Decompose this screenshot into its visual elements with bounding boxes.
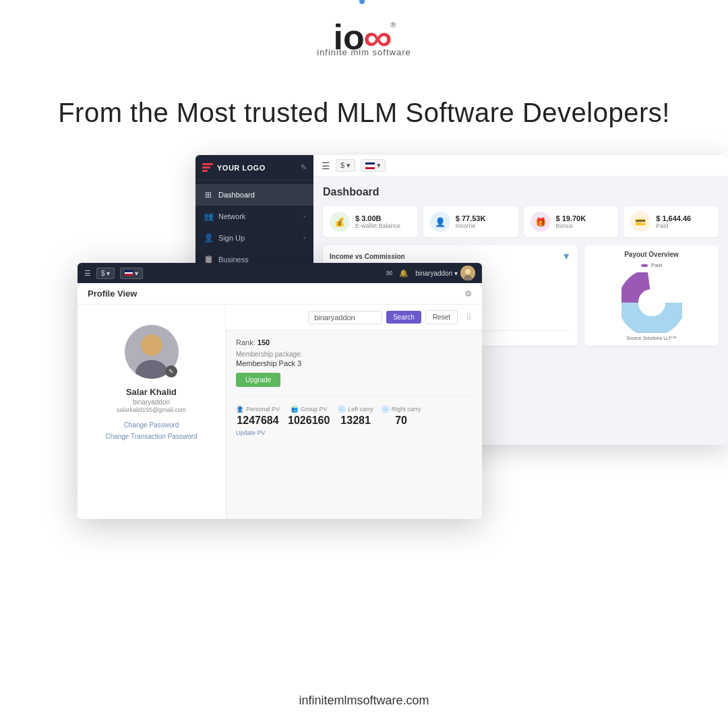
- pv-left-value: 13281: [340, 415, 371, 427]
- change-transaction-password-link[interactable]: Change Transaction Password: [105, 433, 197, 440]
- bell-icon[interactable]: 🔔: [399, 269, 408, 278]
- sidebar-item-label-dashboard: Dashboard: [218, 191, 255, 199]
- profile-view-title: Profile View: [88, 289, 137, 299]
- reset-button[interactable]: Reset: [425, 310, 458, 324]
- topbar-actions: ✉ 🔔 binaryaddon ▾: [386, 266, 475, 280]
- stat-paid: 💳 $ 1,644.46 Paid: [624, 206, 719, 237]
- pv-right-value: 70: [395, 415, 407, 427]
- profile-currency-label: $ ▾: [101, 270, 110, 277]
- pv-group-icon: 👥: [291, 405, 299, 413]
- profile-username: binaryaddon: [133, 398, 170, 406]
- topbar-user[interactable]: binaryaddon ▾: [415, 266, 475, 280]
- profile-lang-btn[interactable]: ▾: [120, 268, 143, 279]
- filter-icon[interactable]: ▼: [562, 251, 571, 262]
- stat-paid-info: $ 1,644.46 Paid: [656, 214, 691, 229]
- rank-value: 150: [257, 338, 270, 346]
- pv-left-icon: ←: [338, 405, 346, 413]
- pv-group-header: 👥 Group PV: [291, 405, 328, 413]
- logo-infinity: ∞: [363, 19, 390, 55]
- avatar-svg: [460, 266, 475, 280]
- income-chart-title: Income vs Commission ▼: [330, 251, 571, 262]
- update-pv-link[interactable]: Update PV: [236, 429, 472, 436]
- payout-legend-paid: Paid: [641, 262, 662, 268]
- profile-topbar: ☰ $ ▾ ▾ ✉ 🔔 binaryaddon ▾: [78, 263, 482, 283]
- svg-point-4: [141, 334, 162, 356]
- profile-sidebar: ✎ Salar Khalid binaryaddon salarkalid155…: [78, 305, 226, 519]
- pv-group-value: 1026160: [288, 415, 330, 427]
- lang-arrow: ▾: [377, 161, 381, 170]
- screenshot-profile: ☰ $ ▾ ▾ ✉ 🔔 binaryaddon ▾: [78, 263, 482, 519]
- dashboard-title: Dashboard: [323, 186, 719, 198]
- menu-icon[interactable]: ☰: [322, 160, 330, 171]
- profile-search-bar: Search Reset ⠿: [226, 305, 482, 330]
- stat-bonus-icon: 🎁: [530, 212, 551, 232]
- sidebar-item-signup[interactable]: 👤 Sign Up ›: [195, 227, 313, 249]
- membership-value: Membership Pack 3: [236, 359, 472, 367]
- profile-menu-icon[interactable]: ☰: [84, 269, 91, 278]
- payout-legend-paid-dot: [641, 264, 648, 267]
- change-password-link[interactable]: Change Password: [124, 421, 179, 429]
- profile-links: Change Password Change Transaction Passw…: [105, 421, 197, 440]
- bar-2: [202, 166, 210, 169]
- profile-currency-btn[interactable]: $ ▾: [96, 268, 115, 279]
- stat-bonus: 🎁 $ 19.70K Bonus: [524, 206, 619, 237]
- pv-personal-icon: 👤: [236, 405, 244, 413]
- topbar-username: binaryaddon ▾: [415, 270, 458, 277]
- pv-personal-label: Personal PV: [246, 406, 280, 413]
- profile-gear-icon[interactable]: ⚙: [464, 289, 472, 299]
- screenshots-area: YOUR LOGO ✎ ⊞ Dashboard 👥 Network › 👤 Si…: [0, 155, 728, 573]
- dashboard-topbar: ☰ $ ▾ ▾: [313, 155, 728, 177]
- flag-icon: [365, 162, 375, 169]
- currency-btn[interactable]: $ ▾: [336, 159, 355, 172]
- pv-right: → Right carry 70: [382, 405, 421, 427]
- svg-point-1: [465, 269, 471, 274]
- pv-left: ← Left carry 13281: [338, 405, 373, 427]
- stat-paid-label: Paid: [656, 222, 691, 229]
- currency-label: $ ▾: [340, 161, 351, 170]
- profile-flag-icon: [125, 270, 133, 276]
- pv-right-label: Right carry: [392, 406, 421, 413]
- headline: From the Most trusted MLM Software Devel…: [58, 98, 670, 128]
- sidebar-item-network[interactable]: 👥 Network ›: [195, 206, 313, 227]
- logo-icon: i o ∞ ®: [334, 19, 395, 55]
- search-button[interactable]: Search: [386, 311, 421, 324]
- profile-search-input[interactable]: [308, 311, 382, 324]
- mail-icon[interactable]: ✉: [386, 269, 392, 278]
- sidebar-item-dashboard[interactable]: ⊞ Dashboard: [195, 184, 313, 206]
- profile-info-section: Rank: 150 Membership package: Membership…: [226, 330, 482, 444]
- header: i o ∞ ® infinite mlm software From the M…: [0, 0, 728, 148]
- pie-center: [638, 289, 665, 316]
- source-text: Source Solutions LLP™: [626, 336, 676, 340]
- sidebar-item-label-network: Network: [218, 212, 245, 220]
- sidebar-item-label-signup: Sign Up: [218, 234, 245, 242]
- rank-label: Rank:: [236, 338, 255, 346]
- network-arrow-icon: ›: [303, 213, 305, 220]
- stat-bonus-value: $ 19.70K: [556, 214, 586, 222]
- bar-1: [202, 163, 213, 165]
- signup-icon: 👤: [204, 233, 213, 243]
- profile-email: salarkalid155@gmail.com: [117, 406, 186, 413]
- stat-ewallet-value: $ 3.00B: [355, 214, 400, 222]
- bar-3: [202, 170, 208, 172]
- profile-main: Search Reset ⠿ Rank: 150 Membership pack…: [226, 305, 482, 519]
- rank-line: Rank: 150: [236, 338, 472, 346]
- topbar-avatar: [460, 266, 475, 280]
- pv-left-header: ← Left carry: [338, 405, 373, 413]
- upgrade-button[interactable]: Upgrade: [236, 373, 280, 387]
- stat-paid-value: $ 1,644.46: [656, 214, 691, 222]
- logo-dot: [359, 0, 365, 4]
- stat-ewallet-info: $ 3.00B E-wallet Balance: [355, 214, 400, 229]
- profile-content-row: ✎ Salar Khalid binaryaddon salarkalid155…: [78, 305, 482, 519]
- stat-income-info: $ 77.53K Income: [456, 214, 486, 229]
- stats-row: 💰 $ 3.00B E-wallet Balance 👤 $ 77.53K In…: [323, 206, 719, 237]
- dashboard-icon: ⊞: [204, 190, 213, 200]
- footer-url: infinitemlmsoftware.com: [299, 694, 429, 707]
- stat-ewallet: 💰 $ 3.00B E-wallet Balance: [323, 206, 418, 237]
- pv-group: 👥 Group PV 1026160: [288, 405, 330, 427]
- logo-container: i o ∞ ® infinite mlm software: [317, 19, 411, 57]
- language-btn[interactable]: ▾: [361, 159, 386, 172]
- pv-right-icon: →: [382, 405, 390, 413]
- stat-income-value: $ 77.53K: [456, 214, 486, 222]
- avatar-edit-icon[interactable]: ✎: [165, 365, 177, 377]
- logo-i: i: [334, 20, 342, 55]
